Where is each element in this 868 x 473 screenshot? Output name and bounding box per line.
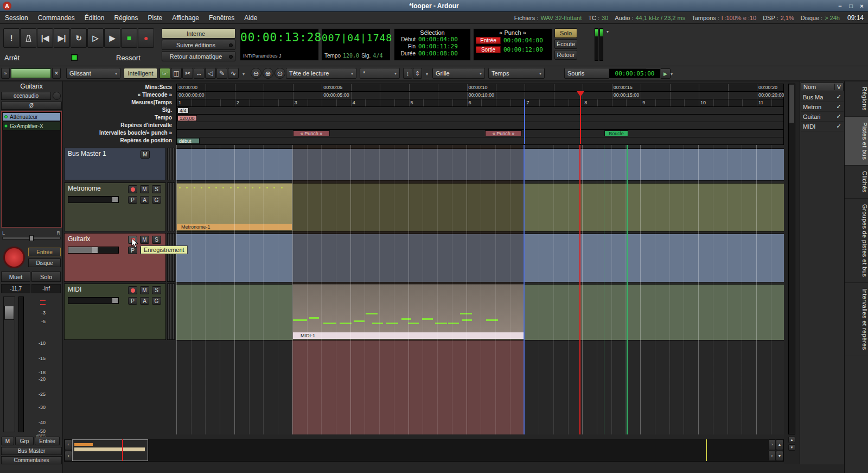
record-arm-button[interactable] (128, 286, 137, 294)
chevron-down-icon[interactable]: ▾ (426, 72, 428, 77)
track-list-row[interactable]: Metron✓ (801, 102, 844, 112)
gain-display[interactable]: -11,7 (1, 284, 30, 293)
loop-punch-ruler[interactable]: « Punch » « Punch » Boucle (177, 130, 783, 137)
start-marker[interactable]: début (177, 138, 200, 144)
tab-intervalles-et-rep-res[interactable]: Intervalles et repères (845, 283, 868, 356)
processor-plugin[interactable]: GxAmplifier-X (2, 122, 61, 130)
track-canvas[interactable]: Metronome-1 MIDI-1 (176, 144, 784, 434)
column-name[interactable]: Nom (801, 84, 834, 90)
scroll-right-button[interactable]: › (768, 439, 776, 450)
tab-clich-s[interactable]: Clichés (845, 166, 868, 199)
track-fader-thumb[interactable] (112, 197, 118, 202)
track-resize-strip[interactable] (167, 283, 175, 340)
menu-item[interactable]: Commandes (33, 14, 80, 22)
comments-button[interactable]: Commentaires (1, 456, 62, 464)
grid-combo[interactable]: Grille▾ (432, 68, 485, 79)
punch-in-button[interactable]: Entrée (476, 37, 501, 44)
global-solo-button[interactable]: Solo (554, 28, 577, 38)
audition-tool[interactable]: ◁ (205, 68, 216, 79)
zoom-fit-button[interactable]: ⊙ (275, 68, 285, 79)
track-fader[interactable] (68, 247, 119, 254)
mute-button[interactable]: M (141, 150, 150, 159)
monitor-input-button[interactable]: Entrée (35, 437, 60, 445)
track-resize-strip[interactable] (167, 182, 175, 231)
group-button[interactable]: G (152, 196, 161, 204)
monitor-mute-button[interactable]: M (1, 437, 14, 445)
ruler-label[interactable]: Mins:Secs (63, 84, 175, 91)
track-header-midi[interactable]: MIDI M S P A G (64, 283, 166, 340)
track-fader[interactable] (68, 297, 119, 304)
ruler-label[interactable]: Sig. (63, 106, 175, 114)
midi-panic-button[interactable]: ! (3, 28, 20, 48)
auditioning-button[interactable]: Écoute (554, 39, 577, 49)
gain-fader-thumb[interactable] (4, 306, 14, 320)
menu-item[interactable]: Session (0, 14, 33, 22)
tracks-panel-header[interactable]: Nom V (801, 83, 844, 91)
punch-range-marker[interactable]: « Punch » (485, 130, 522, 136)
tab-pistes-et-bus[interactable]: Pistes et bus (845, 117, 868, 166)
solo-button[interactable]: S (152, 236, 161, 244)
track-fader-thumb[interactable] (112, 298, 118, 303)
sync-source-button[interactable]: Interne (162, 28, 235, 39)
midi-note[interactable] (401, 318, 411, 320)
midi-note[interactable] (422, 318, 433, 320)
track-list-row[interactable]: Guitari✓ (801, 112, 844, 122)
scroll-up-button[interactable]: ▴ (788, 437, 795, 443)
midi-note[interactable] (340, 323, 352, 324)
cut-tool[interactable]: ✂ (182, 68, 193, 79)
chevron-down-icon[interactable]: ▾ (607, 29, 609, 61)
expand-tracks-button[interactable]: ↕ (403, 68, 412, 79)
titlebar[interactable]: A *looper - Ardour − □ × (0, 0, 868, 12)
track-resize-strip[interactable] (167, 233, 175, 282)
solo-button[interactable]: S (152, 185, 161, 193)
midi-note[interactable] (309, 317, 319, 319)
goto-start-button[interactable]: |◀ (37, 28, 53, 48)
ruler-label[interactable]: Intervalles boucle/« punch » (63, 129, 175, 137)
bus-master-button[interactable]: Bus Master (1, 447, 62, 455)
ruler-label[interactable]: Mesures|Temps (63, 99, 175, 106)
maximize-button[interactable]: □ (846, 1, 856, 10)
processor-active-led[interactable] (4, 124, 8, 128)
record-arm-button[interactable] (128, 185, 137, 193)
mute-button[interactable]: M (140, 185, 149, 193)
track-header-guitarix[interactable]: Guitarix M S P A G (64, 233, 166, 282)
summary-canvas[interactable] (72, 439, 768, 461)
track-header-metronome[interactable]: Metronome M S P A G (64, 182, 166, 231)
punch-range-marker[interactable]: « Punch » (293, 130, 330, 136)
visible-checkmark[interactable]: ✓ (834, 93, 844, 100)
draw-tool[interactable]: ✎ (216, 68, 227, 79)
track-fader-thumb[interactable] (92, 247, 98, 253)
menu-item[interactable]: Affichage (167, 14, 204, 22)
midi-note[interactable] (293, 319, 307, 321)
mute-button[interactable]: M (140, 236, 149, 244)
mute-button[interactable]: Muet (1, 272, 30, 282)
range-tool[interactable]: ◫ (171, 68, 182, 79)
visible-checkmark[interactable]: ✓ (834, 103, 844, 110)
scroll-left-button[interactable]: ‹ (65, 439, 72, 450)
track-list-row[interactable]: MIDI✓ (801, 122, 844, 131)
scroll-down-button[interactable]: ▾ (776, 451, 783, 462)
midi-note[interactable] (366, 313, 378, 314)
goto-end-button[interactable]: ▶| (54, 28, 70, 48)
selection-start-value[interactable]: 00:00:04:00 (418, 36, 458, 43)
zoom-focus-combo[interactable]: Tête de lecture▾ (286, 68, 356, 79)
zoom-out-button[interactable]: ⊖ (251, 68, 261, 79)
tab-groupes-de-pistes-et-bus[interactable]: Groupes de pistes et bus (845, 199, 868, 283)
menu-item[interactable]: Aide (239, 14, 262, 22)
visible-checkmark[interactable]: ✓ (834, 113, 844, 120)
menu-item[interactable]: Régions (109, 14, 143, 22)
record-arm-button[interactable] (3, 247, 25, 268)
scroll-left-button[interactable]: ‹ (65, 451, 72, 462)
stop-button[interactable]: ■ (121, 28, 137, 48)
tab-r-gions[interactable]: Régions (845, 81, 868, 117)
region-name-bar[interactable]: MIDI-1 (293, 332, 524, 339)
grab-tool[interactable]: ☞ (159, 68, 170, 79)
shuttle-label[interactable]: Ressort (116, 54, 141, 62)
nav-clock[interactable]: 00:00:05:00 (609, 68, 661, 79)
nav-next-button[interactable]: ▶ (660, 68, 671, 79)
primary-clock-value[interactable]: 00:00:13:28 (240, 31, 318, 44)
measures-ruler[interactable]: 1234567891011 (177, 99, 783, 107)
punch-out-value[interactable]: 00:00:12:00 (503, 46, 543, 53)
playlist-button[interactable]: P (128, 196, 137, 204)
mute-button[interactable]: M (140, 286, 149, 294)
